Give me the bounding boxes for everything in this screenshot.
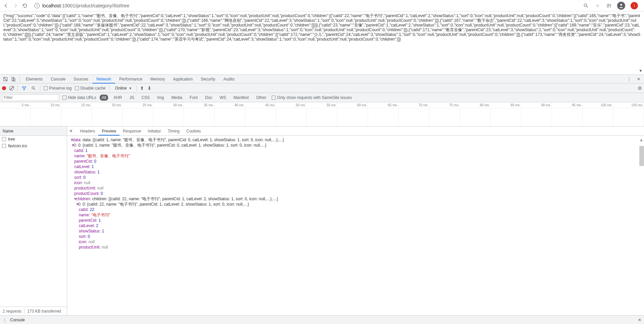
throttle-select[interactable]: Online — [113, 85, 133, 92]
bookmark-icon[interactable]: ☆ — [594, 3, 600, 9]
file-icon — [2, 144, 6, 148]
page-scroll-down[interactable]: ▼ — [639, 68, 643, 73]
preview-body[interactable]: ▲ ▼data: data: [{catId: 1, name: "图书、音像、… — [67, 136, 644, 315]
network-timeline[interactable]: 5 ms 10 ms 15 ms 20 ms 25 ms 30 ms 35 ms… — [0, 102, 644, 126]
filter-all[interactable]: All — [100, 95, 108, 101]
footer-transferred: 173 KB transferred — [27, 309, 61, 314]
update-icon[interactable]: ↑ — [631, 2, 638, 9]
filter-ws[interactable]: WS — [218, 95, 228, 101]
detail-tab-preview[interactable]: Preview — [98, 126, 120, 136]
reload-button[interactable] — [21, 2, 28, 9]
detail-tab-cookies[interactable]: Cookies — [183, 126, 204, 136]
network-settings-icon[interactable]: ⚙ — [638, 86, 642, 91]
inspect-icon[interactable] — [1, 75, 9, 83]
devtools-tabs: Elements Console Sources Network Perform… — [0, 75, 644, 84]
footer-requests: 2 requests — [3, 309, 21, 314]
filter-css[interactable]: CSS — [139, 95, 152, 101]
devtools-close-icon[interactable]: ✕ — [635, 75, 643, 83]
request-row-tree[interactable]: tree — [0, 136, 67, 143]
record-button[interactable] — [2, 86, 6, 90]
separator — [40, 85, 40, 91]
profile-avatar[interactable] — [617, 2, 625, 10]
device-toggle-icon[interactable] — [9, 75, 17, 83]
site-info-icon[interactable]: i — [34, 3, 40, 8]
request-list-footer: 2 requests 173 KB transferred — [0, 307, 67, 315]
address-bar[interactable]: i localhost:10001/product/category//list… — [31, 1, 580, 10]
tab-network[interactable]: Network — [92, 75, 115, 84]
filter-doc[interactable]: Doc — [203, 95, 214, 101]
filter-img[interactable]: Img — [155, 95, 166, 101]
filter-other[interactable]: Other — [254, 95, 268, 101]
tab-sources[interactable]: Sources — [70, 75, 92, 84]
detail-tab-response[interactable]: Response — [120, 126, 144, 136]
media-icon[interactable] — [606, 3, 612, 9]
preserve-log-checkbox[interactable]: Preserve log — [44, 86, 72, 91]
file-icon — [2, 137, 6, 141]
detail-tab-headers[interactable]: Headers — [77, 126, 98, 136]
page-body: {"msg":"success","code":0,"data":[{"catI… — [0, 11, 644, 74]
request-detail-panel: ✕ Headers Preview Response Initiator Tim… — [67, 126, 644, 315]
filter-js[interactable]: JS — [127, 95, 136, 101]
preview-scrollbar-thumb[interactable] — [639, 146, 644, 166]
tab-performance[interactable]: Performance — [115, 75, 146, 84]
filter-input[interactable] — [2, 94, 59, 101]
back-button[interactable] — [3, 2, 9, 9]
search-icon[interactable] — [31, 85, 37, 91]
filter-manifest[interactable]: Manifest — [232, 95, 251, 101]
request-list-header[interactable]: Name — [0, 126, 67, 136]
tab-application[interactable]: Application — [169, 75, 197, 84]
svg-point-1 — [620, 4, 622, 5]
drawer-menu-icon[interactable]: ⋮ — [3, 318, 7, 322]
tab-console[interactable]: Console — [47, 75, 70, 84]
request-row-favicon[interactable]: favicon.ico — [0, 143, 67, 149]
svg-point-0 — [584, 4, 587, 6]
url-text: localhost:10001/product/category//list/t… — [42, 3, 129, 8]
tab-memory[interactable]: Memory — [146, 75, 169, 84]
forward-button[interactable] — [12, 2, 19, 9]
separator — [19, 76, 20, 82]
export-har-icon[interactable]: ⬇ — [147, 86, 151, 91]
samesite-checkbox[interactable]: Only show requests with SameSite issues — [272, 95, 352, 100]
raw-json-text: {"msg":"success","code":0,"data":[{"catI… — [3, 13, 640, 42]
separator — [17, 85, 18, 91]
devtools: Elements Console Sources Network Perform… — [0, 74, 644, 324]
detail-tabs: Headers Preview Response Initiator Timin… — [67, 126, 644, 136]
svg-point-5 — [32, 87, 34, 89]
separator — [109, 85, 109, 91]
console-drawer: ⋮ Console ✕ — [0, 315, 644, 324]
filter-media[interactable]: Media — [169, 95, 184, 101]
filter-toggle-icon[interactable] — [21, 85, 27, 91]
detail-tab-timing[interactable]: Timing — [164, 126, 183, 136]
tab-audits[interactable]: Audits — [219, 75, 238, 84]
browser-toolbar: i localhost:10001/product/category//list… — [0, 0, 644, 11]
tab-elements[interactable]: Elements — [22, 75, 47, 84]
import-har-icon[interactable]: ⬆ — [140, 86, 144, 91]
detail-tab-initiator[interactable]: Initiator — [144, 126, 164, 136]
network-toolbar: Preserve log Disable cache Online ⬆ ⬇ ⚙ — [0, 84, 644, 93]
timeline-ticks: 5 ms 10 ms 15 ms 20 ms 25 ms 30 ms 35 ms… — [0, 102, 644, 108]
drawer-console-label[interactable]: Console — [10, 318, 25, 322]
clear-button[interactable] — [9, 86, 14, 91]
zoom-icon[interactable] — [583, 3, 589, 9]
tab-security[interactable]: Security — [197, 75, 219, 84]
detail-close-icon[interactable]: ✕ — [69, 128, 73, 133]
request-list-panel: Name tree favicon.ico 2 requests 173 KB … — [0, 126, 67, 315]
network-main-panels: Name tree favicon.ico 2 requests 173 KB … — [0, 126, 644, 315]
devtools-menu-icon[interactable]: ⋮ — [625, 75, 633, 83]
drawer-close-icon[interactable]: ✕ — [638, 318, 641, 322]
separator — [136, 85, 137, 91]
network-filter-row: Hide data URLs All XHR JS CSS Img Media … — [0, 93, 644, 102]
filter-xhr[interactable]: XHR — [111, 95, 124, 101]
toolbar-right: ☆ ↑ — [583, 2, 641, 10]
preview-scroll-up[interactable]: ▲ — [639, 137, 644, 142]
filter-font[interactable]: Font — [188, 95, 200, 101]
hide-data-urls-checkbox[interactable]: Hide data URLs — [62, 95, 96, 100]
disable-cache-checkbox[interactable]: Disable cache — [75, 86, 105, 91]
